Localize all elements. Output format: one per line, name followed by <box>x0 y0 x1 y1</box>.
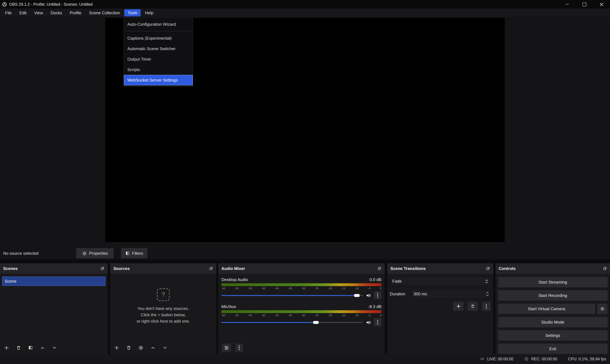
transitions-dock-header[interactable]: Scene Transitions <box>387 263 493 274</box>
move-scene-down-button[interactable] <box>52 345 57 350</box>
sources-empty-state: ? You don't have any sources. Click the … <box>110 288 216 325</box>
menu-item-scripts[interactable]: Scripts <box>124 65 193 75</box>
chevron-up-icon <box>40 345 45 350</box>
transition-select[interactable]: Fade <box>390 277 491 286</box>
trash-icon <box>470 304 475 309</box>
volume-meter <box>222 283 381 286</box>
gear-icon <box>600 306 605 311</box>
menu-tools[interactable]: Tools <box>124 9 141 16</box>
volume-slider[interactable] <box>222 293 363 298</box>
popout-icon[interactable] <box>486 266 490 271</box>
menu-scene-collection[interactable]: Scene Collection <box>86 9 124 16</box>
plus-icon <box>114 345 119 350</box>
transition-properties-button[interactable] <box>482 302 491 311</box>
chevron-down-icon <box>162 345 168 350</box>
channel-menu-button[interactable] <box>374 318 381 326</box>
audio-mixer-dock-header[interactable]: Audio Mixer <box>218 263 385 274</box>
slider-handle[interactable] <box>313 321 319 324</box>
remove-scene-button[interactable] <box>16 345 21 350</box>
duration-spinbox[interactable]: 300 ms <box>411 289 491 299</box>
spin-down-icon <box>486 294 489 296</box>
spinbox-arrows[interactable] <box>484 290 490 298</box>
live-status: LIVE: 00:00:00 <box>479 356 513 362</box>
transition-selected-value: Fade <box>392 279 402 284</box>
sources-list[interactable]: ? You don't have any sources. Click the … <box>110 274 216 341</box>
controls-dock-title: Controls <box>499 266 516 271</box>
meter-tick-label: -30 <box>301 286 305 290</box>
menu-view[interactable]: View <box>31 9 46 16</box>
meter-tick-label: -25 <box>315 313 319 317</box>
filters-label: Filters <box>132 251 143 256</box>
channel-name: Desktop Audio <box>222 277 248 282</box>
slider-handle[interactable] <box>354 294 360 297</box>
meter-tick-label: -55 <box>235 313 239 317</box>
maximize-button[interactable] <box>576 0 593 9</box>
mixer-channel-mic-aux: Mic/Aux -8.3 dB -60-55-50-45-40-35-30-25… <box>222 303 381 326</box>
live-time: LIVE: 00:00:00 <box>487 357 513 361</box>
popout-icon[interactable] <box>377 266 381 271</box>
advanced-audio-properties-button[interactable] <box>222 344 231 352</box>
scenes-toolbar <box>0 341 108 354</box>
controls-dock-header[interactable]: Controls <box>496 263 610 274</box>
window-title: OBS 29.1.2 - Profile: Untitled - Scenes:… <box>9 2 93 7</box>
menu-help[interactable]: Help <box>141 9 157 16</box>
menu-item-output-timer[interactable]: Output Timer <box>124 54 193 65</box>
start-virtual-camera-button[interactable]: Start Virtual Camera <box>498 304 595 314</box>
scenes-dock-header[interactable]: Scenes <box>0 263 108 274</box>
start-recording-button[interactable]: Start Recording <box>498 290 608 301</box>
move-source-down-button[interactable] <box>162 345 168 350</box>
performance-stats: CPU: 0.1%, 59.94 fps <box>568 357 606 361</box>
studio-mode-button[interactable]: Studio Mode <box>498 317 608 327</box>
minimize-button[interactable] <box>558 0 576 9</box>
sources-dock-header[interactable]: Sources <box>110 263 216 274</box>
add-scene-button[interactable] <box>4 345 9 350</box>
exit-button[interactable]: Exit <box>498 344 608 354</box>
filters-button[interactable]: Filters <box>121 248 147 259</box>
slider-fill <box>222 322 316 323</box>
menu-item-websocket-server-settings[interactable]: WebSocket Server Settings <box>124 75 193 85</box>
properties-button[interactable]: Properties <box>76 248 114 259</box>
menu-profile[interactable]: Profile <box>66 9 85 16</box>
settings-button[interactable]: Settings <box>498 330 608 341</box>
menu-edit[interactable]: Edit <box>16 9 30 16</box>
menu-file[interactable]: File <box>1 9 15 16</box>
meter-tick-label: -20 <box>328 286 332 290</box>
mixer-channel-desktop-audio: Desktop Audio 0.0 dB -60-55-50-45-40-35-… <box>222 276 381 299</box>
meter-tick-label: -60 <box>222 313 225 317</box>
scene-list-item[interactable]: Scene <box>2 277 105 286</box>
channel-menu-button[interactable] <box>374 291 381 299</box>
move-scene-up-button[interactable] <box>40 345 45 350</box>
scene-filters-button[interactable] <box>28 345 33 350</box>
close-button[interactable] <box>593 0 610 9</box>
plus-icon <box>456 304 461 309</box>
menu-item-auto-configuration-wizard[interactable]: Auto-Configuration Wizard <box>124 19 193 29</box>
record-icon <box>524 357 529 362</box>
sources-toolbar <box>110 341 216 354</box>
volume-slider[interactable] <box>222 320 363 325</box>
popout-icon[interactable] <box>603 266 607 271</box>
virtual-camera-settings-button[interactable] <box>597 304 608 314</box>
menu-item-captions-experimental[interactable]: Captions (Experimental) <box>124 33 193 43</box>
add-transition-button[interactable] <box>453 302 463 311</box>
mute-button[interactable] <box>366 293 371 298</box>
popout-icon[interactable] <box>100 266 105 271</box>
sources-dock-title: Sources <box>113 266 130 271</box>
remove-transition-button[interactable] <box>468 302 478 311</box>
move-source-up-button[interactable] <box>150 345 156 350</box>
minimize-icon <box>565 4 569 5</box>
popout-icon[interactable] <box>209 266 213 271</box>
start-streaming-button[interactable]: Start Streaming <box>498 277 608 287</box>
meter-scale: -60-55-50-45-40-35-30-25-20-15-10-50 <box>222 313 381 317</box>
remove-source-button[interactable] <box>126 345 131 350</box>
title-bar[interactable]: OBS 29.1.2 - Profile: Untitled - Scenes:… <box>0 0 610 9</box>
add-source-button[interactable] <box>114 345 119 350</box>
sources-empty-line: or right click here to add one. <box>137 318 190 325</box>
mute-button[interactable] <box>366 320 371 325</box>
meter-tick-label: -50 <box>248 286 252 290</box>
meter-scale: -60-55-50-45-40-35-30-25-20-15-10-50 <box>222 286 381 290</box>
source-properties-button[interactable] <box>138 345 144 350</box>
menu-item-automatic-scene-switcher[interactable]: Automatic Scene Switcher <box>124 43 193 54</box>
mixer-menu-button[interactable] <box>235 344 243 352</box>
menu-docks[interactable]: Docks <box>47 9 66 16</box>
menu-bar: File Edit View Docks Profile Scene Colle… <box>0 9 610 17</box>
